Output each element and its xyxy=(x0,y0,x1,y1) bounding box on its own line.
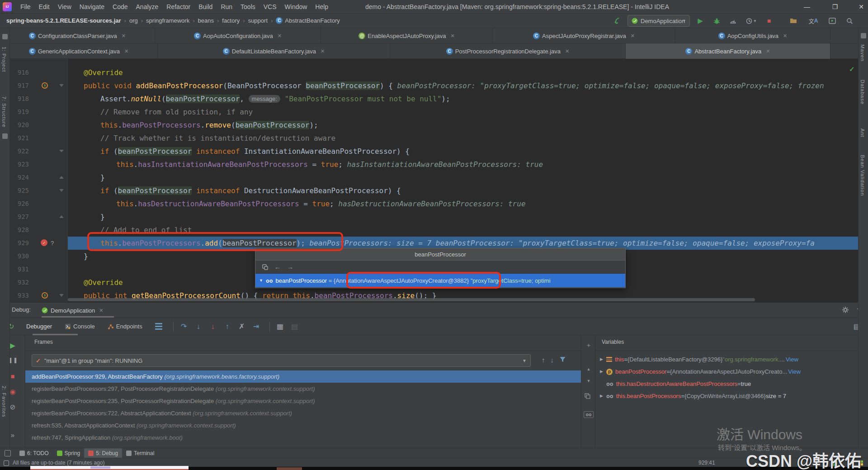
close-icon[interactable]: ✕ xyxy=(124,48,128,54)
tab-endpoints[interactable]: Endpoints xyxy=(108,323,142,330)
code-line[interactable]: 916@Override xyxy=(0,66,868,79)
thread-selector[interactable]: ✓ "main"@1 in group "main": RUNNING ▼ xyxy=(32,354,531,367)
toolwindow-terminal[interactable]: Terminal xyxy=(122,448,158,458)
editor-tab[interactable]: CAbstractBeanFactory.java✕ xyxy=(626,43,830,59)
menu-navigate[interactable]: Navigate xyxy=(75,0,108,14)
step-over-icon[interactable]: ↷ xyxy=(178,322,190,331)
debug-button[interactable] xyxy=(711,15,722,27)
force-step-into-icon[interactable]: ↓ xyxy=(207,323,219,331)
prev-frame-icon[interactable]: ↑ xyxy=(542,356,545,364)
menu-tools[interactable]: Tools xyxy=(236,0,259,14)
variable-row[interactable]: oothis.hasDestructionAwareBeanPostProces… xyxy=(595,378,868,390)
editor-tab[interactable]: CGenericApplicationContext.java✕ xyxy=(0,43,158,59)
variable-row[interactable]: ▶oothis.beanPostProcessors = {CopyOnWrit… xyxy=(595,390,868,402)
code-line[interactable]: 923this.hasInstantiationAwareBeanPostPro… xyxy=(0,158,868,171)
code-line[interactable]: 920this.beanPostProcessors.remove(beanPo… xyxy=(0,119,868,132)
gutter-cell[interactable]: 926 xyxy=(0,197,68,210)
layout-settings-icon[interactable]: ▤ xyxy=(289,322,301,331)
fold-marker-icon[interactable] xyxy=(59,294,64,297)
profiler-button[interactable] xyxy=(727,15,739,27)
menu-vcs[interactable]: VCS xyxy=(259,0,281,14)
step-into-icon[interactable]: ↓ xyxy=(193,323,204,331)
drop-frame-icon[interactable]: ✗ xyxy=(236,322,248,331)
close-icon[interactable]: ✕ xyxy=(766,48,770,54)
menu-window[interactable]: Window xyxy=(281,0,311,14)
stop-button[interactable]: ■ xyxy=(763,15,775,27)
gutter-cell[interactable]: 929✓? xyxy=(0,237,68,250)
close-icon[interactable]: ✕ xyxy=(631,33,635,39)
close-icon[interactable]: ✕ xyxy=(450,33,454,39)
gutter-cell[interactable]: 927 xyxy=(0,210,68,223)
code-line[interactable]: 927} xyxy=(0,210,868,223)
inspections-ok-icon[interactable]: ✓ xyxy=(849,65,855,73)
next-frame-icon[interactable]: ↓ xyxy=(551,356,554,364)
settings-gear-icon[interactable] xyxy=(842,306,849,313)
bell-icon[interactable] xyxy=(861,33,866,38)
tool-windows-icon[interactable] xyxy=(5,450,11,456)
run-to-cursor-icon[interactable]: ⇥ xyxy=(250,322,262,331)
taskbar-item[interactable] xyxy=(277,467,302,470)
menu-refactor[interactable]: Refactor xyxy=(162,0,194,14)
fold-marker-icon[interactable] xyxy=(59,189,64,192)
gutter-cell[interactable]: 928 xyxy=(0,223,68,237)
gutter-cell[interactable]: 917↑ xyxy=(0,79,68,92)
gutter-cell[interactable]: 920 xyxy=(0,119,68,132)
code-line[interactable]: 928// Add to end of list xyxy=(0,223,868,237)
forward-icon[interactable]: → xyxy=(287,263,293,271)
toolwindow-debug[interactable]: 5: Debug xyxy=(84,448,122,458)
run-anything-icon[interactable] xyxy=(826,15,838,27)
gutter-cell[interactable]: 930 xyxy=(0,250,68,263)
breadcrumb-item[interactable]: AbstractBeanFactory xyxy=(285,17,340,24)
run-configuration-select[interactable]: DemoApplication ▼ xyxy=(627,15,690,27)
add-watch-icon[interactable]: + xyxy=(585,342,593,349)
code-line[interactable]: 921// Track whether it is instantiation/… xyxy=(0,132,868,145)
menu-edit[interactable]: Edit xyxy=(35,0,54,14)
gutter-cell[interactable]: 933↑ xyxy=(0,289,68,302)
breadcrumb-item[interactable]: org xyxy=(129,17,138,24)
copy-icon[interactable] xyxy=(585,393,593,399)
gutter-cell[interactable]: 919 xyxy=(0,105,68,119)
stripe-item-database[interactable]: Database xyxy=(860,80,865,104)
fold-marker-icon[interactable] xyxy=(59,150,64,152)
gutter-cell[interactable]: 921 xyxy=(0,132,68,145)
breadcrumb-item[interactable]: factory xyxy=(222,17,240,24)
close-icon[interactable]: ✕ xyxy=(783,33,787,39)
gutter-cell[interactable]: 922 xyxy=(0,145,68,158)
editor-tab[interactable]: CDefaultListableBeanFactory.java✕ xyxy=(158,43,390,59)
gutter-cell[interactable]: 931 xyxy=(0,263,68,276)
breadcrumb-item[interactable]: springframework xyxy=(146,17,189,24)
gutter-cell[interactable]: 916 xyxy=(0,66,68,79)
menu-analyze[interactable]: Analyze xyxy=(132,0,163,14)
gutter-cell[interactable]: 923 xyxy=(0,158,68,171)
code-line[interactable]: 922if (beanPostProcessor instanceof Inst… xyxy=(0,145,868,158)
frame-row[interactable]: refresh:535, AbstractApplicationContext … xyxy=(25,419,581,432)
structure-icon[interactable] xyxy=(2,133,8,139)
expand-arrow-icon[interactable]: ▶ xyxy=(600,353,606,366)
frame-row[interactable]: registerBeanPostProcessors:235, PostProc… xyxy=(25,395,581,407)
toolwindow-todo[interactable]: 6: TODO xyxy=(15,448,53,458)
tab-debugger[interactable]: Debugger xyxy=(26,323,52,330)
close-icon[interactable]: ✕ xyxy=(122,33,126,39)
editor-tab[interactable]: CAspectJAutoProxyRegistrar.java✕ xyxy=(493,28,675,43)
close-icon[interactable]: ✕ xyxy=(321,48,325,54)
menu-help[interactable]: Help xyxy=(311,0,332,14)
frame-row[interactable]: addBeanPostProcessor:929, AbstractBeanFa… xyxy=(25,370,581,383)
breakpoint-icon[interactable]: ✓ xyxy=(41,239,47,246)
view-link[interactable]: View xyxy=(786,353,798,366)
stripe-item-2-favorites[interactable]: 2: Favorites xyxy=(1,386,7,417)
menu-build[interactable]: Build xyxy=(194,0,217,14)
fold-marker-icon[interactable] xyxy=(59,84,64,87)
translate-icon[interactable]: 文A xyxy=(807,15,819,27)
override-marker-icon[interactable]: ↑ xyxy=(42,292,48,299)
editor-tab[interactable]: CPostProcessorRegistrationDelegate.java✕ xyxy=(390,43,626,59)
frame-row[interactable]: refresh:747, SpringApplication (org.spri… xyxy=(25,432,581,444)
fold-marker-icon[interactable] xyxy=(59,176,64,179)
menu-run[interactable]: Run xyxy=(217,0,236,14)
stripe-item-7-structure[interactable]: 7: Structure xyxy=(1,96,7,128)
pin-icon[interactable] xyxy=(262,264,268,270)
code-line[interactable]: 918Assert.notNull(beanPostProcessor, mes… xyxy=(0,92,868,105)
scroll-down-icon[interactable]: ▼ xyxy=(585,379,593,383)
project-structure-icon[interactable] xyxy=(788,15,799,27)
filter-icon[interactable] xyxy=(559,356,566,364)
breadcrumb-item[interactable]: support xyxy=(248,17,268,24)
